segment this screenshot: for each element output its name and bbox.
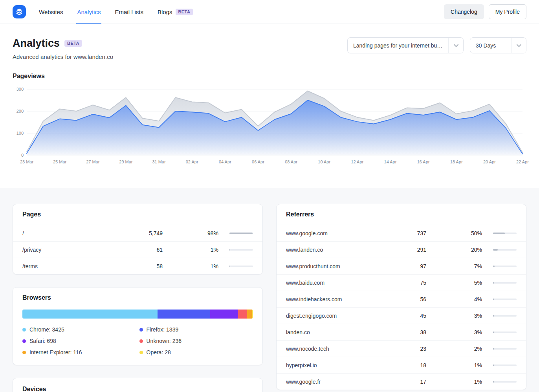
legend-dot	[22, 351, 26, 354]
left-column: Pages / 5,749 98% /privacy 61 1% /terms …	[13, 204, 263, 392]
bar-segment-firefox	[158, 310, 210, 319]
app-logo[interactable]	[13, 5, 26, 18]
table-row: / 5,749 98%	[13, 225, 262, 241]
svg-text:29 Mar: 29 Mar	[119, 159, 133, 164]
progress-bar	[493, 332, 517, 333]
my-profile-button[interactable]: My Profile	[489, 4, 526, 19]
progress-bar	[229, 266, 253, 267]
svg-text:0: 0	[21, 153, 24, 158]
svg-text:08 Apr: 08 Apr	[285, 159, 297, 164]
page-percent: 98%	[163, 230, 218, 236]
legend-dot	[139, 328, 143, 332]
svg-text:20 Apr: 20 Apr	[483, 159, 496, 164]
date-range-value: 30 Days	[476, 42, 506, 49]
browsers-stacked-bar	[22, 310, 253, 319]
referrer-percent: 50%	[426, 230, 482, 236]
legend-item: Opera: 28	[139, 348, 253, 356]
bar-segment-chrome	[22, 310, 158, 319]
referrer-count: 75	[379, 280, 426, 286]
bar-segment-unknown	[238, 310, 247, 319]
top-nav: Websites Analytics Email Lists Blogs BET…	[0, 0, 539, 24]
card-title: Devices	[22, 386, 46, 392]
card-title: Referrers	[286, 211, 314, 218]
referrer-domain: hyperpixel.io	[286, 362, 379, 368]
nav-item-label: Analytics	[77, 9, 101, 15]
progress-bar	[229, 233, 253, 234]
page-path: /privacy	[22, 247, 116, 253]
pageviews-label: Pageviews	[13, 73, 526, 80]
beta-badge: BETA	[64, 40, 82, 47]
referrers-card: Referrers www.google.com 737 50% www.lan…	[276, 204, 526, 390]
page-subtitle: Advanced analytics for www.landen.co	[13, 53, 113, 60]
nav-links: Websites Analytics Email Lists Blogs BET…	[38, 0, 206, 24]
nav-item-email-lists[interactable]: Email Lists	[114, 0, 144, 24]
progress-bar	[493, 266, 517, 267]
progress-bar	[493, 381, 517, 383]
progress-bar	[493, 365, 517, 366]
changelog-button[interactable]: Changelog	[444, 4, 484, 19]
nav-item-analytics[interactable]: Analytics	[76, 0, 101, 24]
referrer-count: 17	[379, 379, 426, 385]
stats-area: Pages / 5,749 98% /privacy 61 1% /terms …	[0, 188, 539, 392]
pages-card: Pages / 5,749 98% /privacy 61 1% /terms …	[13, 204, 263, 275]
progress-bar	[493, 249, 517, 251]
legend-dot	[139, 351, 143, 354]
devices-card: Devices	[13, 378, 263, 392]
page-count: 61	[116, 247, 163, 253]
referrer-count: 45	[379, 313, 426, 319]
legend-item: Unknown: 236	[139, 337, 253, 345]
legend-item: Chrome: 3425	[22, 326, 136, 333]
svg-text:14 Apr: 14 Apr	[384, 159, 397, 164]
referrer-count: 291	[379, 247, 426, 253]
referrer-domain: www.nocode.tech	[286, 346, 379, 352]
referrer-percent: 1%	[426, 362, 482, 368]
svg-text:22 Apr: 22 Apr	[516, 159, 529, 164]
page-heading: Analytics BETA Advanced analytics for ww…	[13, 37, 113, 60]
legend-label: Unknown: 236	[147, 337, 182, 345]
svg-text:25 Mar: 25 Mar	[53, 159, 67, 164]
svg-text:18 Apr: 18 Apr	[450, 159, 463, 164]
referrer-percent: 3%	[426, 313, 482, 319]
referrer-count: 18	[379, 362, 426, 368]
svg-text:100: 100	[16, 131, 24, 136]
referrer-domain: www.producthunt.com	[286, 263, 379, 269]
bar-segment-ie	[247, 310, 252, 319]
referrer-domain: www.google.fr	[286, 379, 379, 385]
legend-dot	[139, 339, 143, 343]
referrer-count: 56	[379, 296, 426, 302]
referrer-count: 97	[379, 263, 426, 269]
date-range-select[interactable]: 30 Days	[470, 37, 526, 53]
referrer-percent: 2%	[426, 346, 482, 352]
nav-item-label: Websites	[39, 9, 63, 15]
browsers-card: Browsers Chrome: 3425	[13, 287, 263, 365]
table-row: www.landen.co 291 20%	[277, 241, 526, 258]
legend-item: Firefox: 1339	[139, 326, 253, 333]
referrer-percent: 1%	[426, 379, 482, 385]
table-row: landen.co 38 3%	[277, 324, 526, 340]
legend-item: Internet Explorer: 116	[22, 348, 136, 356]
legend-label: Opera: 28	[147, 348, 171, 356]
progress-bar	[493, 233, 517, 234]
referrer-percent: 5%	[426, 280, 482, 286]
referrer-count: 23	[379, 346, 426, 352]
beta-badge: BETA	[176, 9, 193, 15]
page-path: /	[22, 230, 116, 236]
referrer-domain: www.landen.co	[286, 247, 379, 253]
legend-dot	[22, 339, 26, 343]
table-row: /terms 58 1%	[13, 258, 262, 274]
svg-text:04 Apr: 04 Apr	[219, 159, 231, 164]
svg-text:02 Apr: 02 Apr	[186, 159, 198, 164]
table-row: www.nocode.tech 23 2%	[277, 340, 526, 357]
referrer-domain: www.baidu.com	[286, 280, 379, 286]
nav-item-blogs[interactable]: Blogs BETA	[157, 0, 194, 24]
nav-item-websites[interactable]: Websites	[38, 0, 64, 24]
nav-item-label: Email Lists	[115, 9, 143, 15]
progress-bar	[493, 315, 517, 317]
table-row: www.producthunt.com 97 7%	[277, 258, 526, 274]
legend-label: Firefox: 1339	[147, 326, 179, 333]
page-filter-select[interactable]: Landing pages for your internet busin...	[347, 37, 464, 53]
progress-bar	[493, 348, 517, 350]
svg-text:23 Mar: 23 Mar	[20, 159, 34, 164]
progress-bar	[493, 299, 517, 300]
table-row: www.indiehackers.com 56 4%	[277, 291, 526, 307]
